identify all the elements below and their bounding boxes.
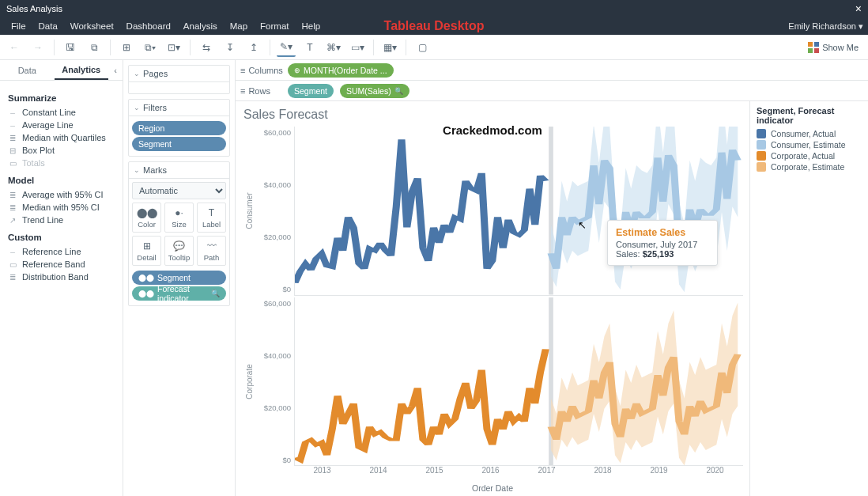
column-pill-month[interactable]: ⊕MONTH(Order Date ... bbox=[288, 63, 394, 78]
analytics-dist-band[interactable]: ≣Distribution Band bbox=[8, 271, 115, 283]
tab-analytics[interactable]: Analytics bbox=[55, 60, 109, 80]
legend-item[interactable]: Corporate, Actual bbox=[757, 150, 862, 161]
band-icon: ▭ bbox=[8, 260, 17, 269]
presentation-icon[interactable]: ▢ bbox=[413, 38, 432, 57]
showme-button[interactable]: Show Me bbox=[803, 40, 863, 55]
x-tick: 2019 bbox=[631, 466, 687, 482]
mark-path[interactable]: 〰Path bbox=[197, 236, 226, 266]
legend-label: Corporate, Estimate bbox=[771, 162, 844, 172]
mark-size[interactable]: ●∙Size bbox=[164, 203, 194, 233]
tab-data[interactable]: Data bbox=[0, 60, 55, 80]
analytics-avg-ci[interactable]: ≣Average with 95% CI bbox=[8, 188, 115, 201]
rows-shelf[interactable]: ≡ Rows Segment SUM(Sales)🔍 bbox=[236, 81, 868, 101]
visualization: Sales Forecast Crackedmod.com Consumer$6… bbox=[236, 101, 749, 496]
clear-sheet-icon[interactable]: ⊡▾ bbox=[164, 38, 183, 57]
analytics-ref-band[interactable]: ▭Reference Band bbox=[8, 258, 115, 271]
legend-item[interactable]: Consumer, Actual bbox=[757, 128, 862, 139]
workspace: Data Analytics ‹ Summarize ⏤Constant Lin… bbox=[0, 60, 868, 496]
plot[interactable] bbox=[294, 297, 743, 467]
filter-pill-region[interactable]: Region bbox=[132, 121, 226, 135]
analytics-average-line[interactable]: ⏤Average Line bbox=[8, 119, 115, 131]
legend-item[interactable]: Corporate, Estimate bbox=[757, 161, 862, 172]
sort-desc-icon[interactable]: ↥ bbox=[244, 38, 263, 57]
analytics-box-plot[interactable]: ⊟Box Plot bbox=[8, 144, 115, 157]
chevron-left-icon[interactable]: ‹ bbox=[108, 60, 123, 80]
y-tick: $60,000 bbox=[264, 299, 291, 308]
dist-icon: ≣ bbox=[8, 273, 17, 282]
menu-worksheet[interactable]: Worksheet bbox=[64, 19, 120, 33]
totals-icon: ▭ bbox=[8, 159, 17, 168]
svg-marker-5 bbox=[551, 127, 738, 292]
menu-format[interactable]: Format bbox=[254, 19, 295, 33]
sort-asc-icon[interactable]: ↧ bbox=[221, 38, 240, 57]
menu-dashboard[interactable]: Dashboard bbox=[120, 19, 177, 33]
svg-marker-7 bbox=[551, 302, 738, 465]
separator bbox=[190, 40, 191, 55]
group-icon[interactable]: ⌘▾ bbox=[324, 38, 343, 57]
highlight-icon[interactable]: ✎▾ bbox=[277, 38, 296, 57]
filters-header[interactable]: ⌄Filters bbox=[129, 100, 229, 116]
fit-icon[interactable]: ▭▾ bbox=[348, 38, 367, 57]
side-pane: Data Analytics ‹ Summarize ⏤Constant Lin… bbox=[0, 60, 123, 496]
worksheet-format-icon[interactable]: ▦▾ bbox=[380, 38, 399, 57]
mark-pill-segment[interactable]: ⬤⬤Segment bbox=[132, 271, 226, 285]
columns-shelf[interactable]: ≡ Columns ⊕MONTH(Order Date ... bbox=[236, 60, 868, 81]
user-menu[interactable]: Emily Richardson ▾ bbox=[788, 21, 863, 32]
new-sheet-icon[interactable]: ⊞ bbox=[117, 38, 136, 57]
mark-tooltip[interactable]: 💬Tooltip bbox=[164, 236, 194, 266]
swap-axes-icon[interactable]: ⇆ bbox=[197, 38, 216, 57]
close-icon[interactable]: × bbox=[855, 2, 862, 15]
filter-pill-segment[interactable]: Segment bbox=[132, 137, 226, 151]
new-data-icon[interactable]: ⧉ bbox=[85, 38, 104, 57]
analytics-trend-line[interactable]: ↗Trend Line bbox=[8, 214, 115, 226]
svg-rect-1 bbox=[814, 42, 819, 47]
marks-header[interactable]: ⌄Marks bbox=[129, 162, 229, 179]
legend-label: Consumer, Estimate bbox=[771, 140, 846, 150]
back-icon[interactable]: ← bbox=[5, 38, 24, 57]
x-tick: 2018 bbox=[575, 466, 631, 482]
mark-pill-forecast[interactable]: ⬤⬤Forecast indicator🔍 bbox=[132, 286, 226, 301]
menu-analysis[interactable]: Analysis bbox=[177, 19, 224, 33]
menu-help[interactable]: Help bbox=[295, 19, 326, 33]
mark-color[interactable]: ⬤⬤Color bbox=[132, 203, 161, 233]
tooltip-line2: Sales: $25,193 bbox=[616, 249, 709, 259]
row-pill-sumsales[interactable]: SUM(Sales)🔍 bbox=[340, 84, 409, 98]
search-icon: 🔍 bbox=[211, 290, 220, 297]
pages-card: ⌄Pages bbox=[128, 65, 230, 94]
analytics-median-quartiles[interactable]: ≣Median with Quartiles bbox=[8, 131, 115, 144]
y-tick: $40,000 bbox=[264, 351, 291, 360]
mark-label[interactable]: TLabel bbox=[197, 203, 226, 233]
menu-data[interactable]: Data bbox=[32, 19, 64, 33]
forward-icon[interactable]: → bbox=[28, 38, 47, 57]
label-icon: T bbox=[209, 207, 214, 218]
legend-swatch bbox=[757, 140, 766, 150]
chart-canvas[interactable]: Consumer$60,000$40,000$20,000$0↖Corporat… bbox=[242, 127, 743, 466]
analytics-constant-line[interactable]: ⏤Constant Line bbox=[8, 106, 115, 119]
menu-map[interactable]: Map bbox=[224, 19, 254, 33]
analytics-median-ci[interactable]: ≣Median with 95% CI bbox=[8, 201, 115, 214]
legend-item[interactable]: Consumer, Estimate bbox=[757, 139, 862, 150]
ci-icon: ≣ bbox=[8, 191, 17, 199]
viz-title[interactable]: Sales Forecast bbox=[243, 108, 743, 122]
analytics-ref-line[interactable]: ⏤Reference Line bbox=[8, 245, 115, 258]
marks-type-dropdown[interactable]: Automatic bbox=[132, 182, 226, 199]
pages-header[interactable]: ⌄Pages bbox=[129, 66, 229, 82]
text-icon[interactable]: T bbox=[300, 38, 319, 57]
tooltip-icon: 💬 bbox=[173, 240, 185, 252]
search-icon: 🔍 bbox=[394, 87, 403, 95]
y-tick: $20,000 bbox=[264, 233, 291, 241]
duplicate-icon[interactable]: ⧉▾ bbox=[141, 38, 160, 57]
legend-header: Segment, Forecast indicator bbox=[757, 106, 862, 125]
y-tick: $20,000 bbox=[264, 403, 291, 412]
plot[interactable]: ↖ bbox=[294, 127, 743, 296]
y-axis: $60,000$40,000$20,000$0 bbox=[256, 297, 294, 467]
x-axis: 20132014201520162017201820192020 bbox=[294, 466, 743, 482]
mark-detail[interactable]: ⊞Detail bbox=[132, 236, 161, 266]
save-icon[interactable]: 🖫 bbox=[61, 38, 80, 57]
menu-file[interactable]: File bbox=[5, 19, 32, 33]
ci-icon: ≣ bbox=[8, 203, 17, 212]
marks-card: ⌄Marks Automatic ⬤⬤Color ●∙Size TLabel ⊞… bbox=[128, 161, 230, 306]
rows-icon: ≡ bbox=[240, 86, 245, 96]
svg-rect-3 bbox=[814, 48, 819, 53]
row-pill-segment[interactable]: Segment bbox=[288, 84, 334, 98]
